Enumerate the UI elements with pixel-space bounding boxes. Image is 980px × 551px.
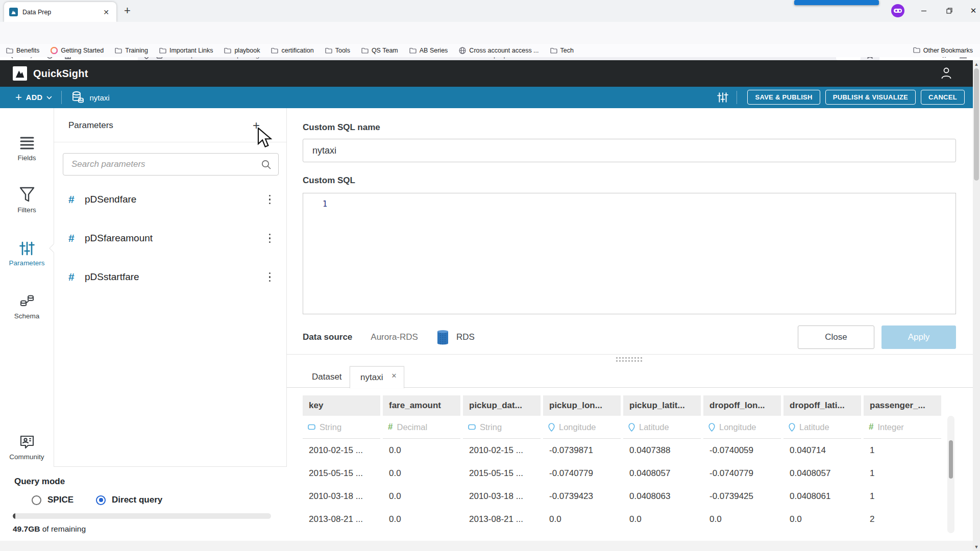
tab-nytaxi[interactable]: nytaxi ✕: [350, 366, 404, 388]
column-header[interactable]: key: [303, 395, 380, 416]
bookmark-item[interactable]: Benefits: [6, 47, 39, 54]
parameter-item[interactable]: # pDSendfare: [54, 188, 287, 211]
spice-radio[interactable]: [32, 495, 41, 505]
parameter-search[interactable]: [63, 153, 279, 176]
direct-query-radio[interactable]: [96, 495, 106, 505]
new-tab-button[interactable]: +: [124, 4, 131, 17]
browser-nav-bar: https://us-east-1.quicksight.aws.amazon.…: [0, 22, 980, 44]
table-cell: -0.0740779: [543, 462, 621, 485]
string-icon: [468, 424, 476, 430]
table-cell: 2: [864, 508, 941, 531]
table-cell: 0.0408061: [783, 485, 861, 508]
user-icon[interactable]: [940, 66, 952, 82]
bookmark-item[interactable]: Getting Started: [51, 47, 104, 54]
browser-tab[interactable]: Data Prep ✕: [4, 2, 116, 22]
bookmark-item[interactable]: QS Team: [361, 47, 398, 54]
column-type[interactable]: Longitude: [543, 416, 621, 439]
bookmark-item[interactable]: Training: [115, 47, 148, 54]
quicksight-logo: [13, 66, 27, 81]
column-type[interactable]: Latitude: [623, 416, 701, 439]
rds-icon: [436, 330, 449, 345]
table-cell: 0.0: [383, 462, 460, 485]
bookmark-item[interactable]: Cross account access ...: [459, 47, 538, 54]
add-parameter-button[interactable]: +: [253, 118, 260, 133]
column-header[interactable]: passenger_...: [864, 395, 941, 416]
column-header[interactable]: pickup_dat...: [463, 395, 541, 416]
query-mode-label: Query mode: [14, 477, 65, 487]
data-source-name: Aurora-RDS: [371, 332, 418, 342]
column-header[interactable]: dropoff_lon...: [703, 395, 781, 416]
column-header[interactable]: dropoff_lati...: [783, 395, 861, 416]
tab-dataset[interactable]: Dataset: [303, 366, 351, 388]
parameter-menu-kebab-icon[interactable]: [267, 193, 287, 207]
other-bookmarks[interactable]: Other Bookmarks: [913, 44, 973, 57]
search-input[interactable]: [63, 159, 261, 169]
plus-icon: +: [15, 92, 22, 103]
parameter-item[interactable]: # pDSfareamount: [54, 227, 287, 250]
close-button[interactable]: Close: [798, 325, 874, 349]
quicksight-header: QuickSight: [0, 60, 973, 87]
table-scrollbar-thumb[interactable]: [949, 440, 953, 479]
page-scrollbar[interactable]: ▲ ▼: [973, 60, 980, 551]
column-header[interactable]: fare_amount: [383, 395, 460, 416]
window-close-button[interactable]: ✕: [965, 3, 980, 18]
sidebar-item-community[interactable]: Community: [0, 431, 54, 461]
table-cell: 1: [864, 462, 941, 485]
add-button[interactable]: + ADD: [15, 92, 52, 103]
sidebar-item-fields[interactable]: Fields: [0, 132, 54, 162]
search-icon: [261, 160, 271, 169]
database-icon: [71, 91, 84, 104]
table-cell: 2010-03-18 ...: [303, 485, 380, 508]
table-cell: 2013-08-21 ...: [463, 508, 541, 531]
table-cell: -0.0740059: [703, 439, 781, 462]
parameter-menu-kebab-icon[interactable]: [267, 232, 287, 245]
column-type[interactable]: String: [303, 416, 380, 439]
table-cell: 2013-08-21 ...: [303, 508, 380, 531]
table-cell: 0.0408063: [623, 485, 701, 508]
custom-sql-name-input[interactable]: [303, 139, 956, 162]
numeric-parameter-icon: #: [68, 271, 82, 283]
parameter-name: pDSstartfare: [85, 271, 267, 283]
bookmark-item[interactable]: Important Links: [159, 47, 213, 54]
table-cell: 2015-05-15 ...: [463, 462, 541, 485]
number-icon: #: [869, 422, 873, 432]
column-type[interactable]: #Integer: [864, 416, 941, 439]
cancel-button[interactable]: CANCEL: [921, 90, 965, 105]
sql-editor[interactable]: 1: [303, 193, 956, 314]
fields-icon: [0, 132, 54, 151]
folder-icon: [159, 47, 166, 54]
tab-close-icon[interactable]: ✕: [101, 8, 111, 16]
bookmark-item[interactable]: Tools: [325, 47, 350, 54]
dataset-name[interactable]: nytaxi: [89, 93, 109, 102]
tab-close-icon[interactable]: ✕: [391, 372, 397, 380]
page-scrollbar-thumb[interactable]: [974, 68, 979, 181]
column-type[interactable]: Latitude: [783, 416, 861, 439]
table-cell: -0.0739423: [543, 485, 621, 508]
sidebar-item-schema[interactable]: Schema: [0, 290, 54, 320]
publish-visualize-button[interactable]: PUBLISH & VISUALIZE: [825, 90, 916, 105]
folder-icon: [361, 47, 369, 54]
bookmark-item[interactable]: certification: [271, 47, 313, 54]
sidebar-item-parameters[interactable]: Parameters: [0, 237, 54, 267]
column-type[interactable]: Longitude: [703, 416, 781, 439]
sidebar-item-filters[interactable]: Filters: [0, 184, 54, 214]
parameter-menu-kebab-icon[interactable]: [267, 270, 287, 284]
window-restore-button[interactable]: [941, 3, 958, 18]
scroll-up-icon[interactable]: ▲: [973, 62, 980, 67]
bookmark-item[interactable]: playbook: [224, 47, 260, 54]
settings-sliders-icon[interactable]: [717, 92, 728, 103]
scroll-down-icon[interactable]: ▼: [973, 544, 980, 549]
column-type[interactable]: #Decimal: [383, 416, 460, 439]
table-scrollbar[interactable]: [947, 416, 954, 533]
apply-button[interactable]: Apply: [881, 325, 956, 349]
column-type[interactable]: String: [463, 416, 541, 439]
panel-drag-handle[interactable]: [616, 357, 642, 362]
column-header[interactable]: pickup_lon...: [543, 395, 621, 416]
custom-sql-label: Custom SQL: [303, 176, 355, 186]
column-header[interactable]: pickup_latit...: [623, 395, 701, 416]
parameter-item[interactable]: # pDSstartfare: [54, 265, 287, 289]
bookmark-item[interactable]: Tech: [550, 47, 574, 54]
bookmark-item[interactable]: AB Series: [409, 47, 448, 54]
window-minimize-button[interactable]: [915, 3, 933, 18]
save-publish-button[interactable]: SAVE & PUBLISH: [747, 90, 820, 105]
